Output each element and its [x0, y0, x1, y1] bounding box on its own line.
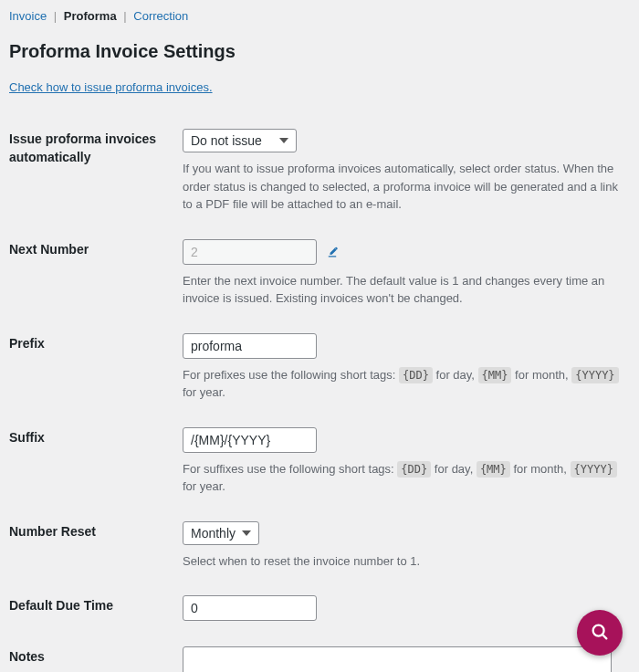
tab-proforma[interactable]: Proforma — [64, 9, 117, 23]
label-prefix: Prefix — [9, 324, 183, 418]
desc-auto-issue: If you want to issue proforma invoices a… — [183, 160, 630, 214]
desc-prefix: For prefixes use the following short tag… — [183, 366, 630, 402]
select-number-reset[interactable]: Monthly — [183, 521, 259, 545]
tag-yyyy: {YYYY} — [571, 367, 618, 383]
tag-dd: {DD} — [397, 461, 431, 478]
row-number-reset: Number Reset Monthly Select when to rese… — [9, 512, 630, 587]
label-due-time: Default Due Time — [9, 586, 183, 637]
tag-mm: {MM} — [477, 461, 510, 478]
row-next-number: Next Number Enter the next invoice numbe… — [9, 230, 630, 324]
label-suffix: Suffix — [9, 418, 183, 512]
page-title: Proforma Invoice Settings — [9, 41, 630, 62]
input-suffix[interactable] — [183, 427, 317, 453]
help-beacon-button[interactable] — [577, 610, 623, 656]
desc-next-number: Enter the next invoice number. The defau… — [183, 272, 630, 308]
row-prefix: Prefix For prefixes use the following sh… — [9, 324, 630, 418]
tag-yyyy: {YYYY} — [571, 461, 617, 478]
select-auto-issue[interactable]: Do not issue — [183, 129, 297, 152]
tag-mm: {MM} — [478, 367, 512, 383]
svg-line-1 — [602, 635, 606, 638]
row-suffix: Suffix For suffixes use the following sh… — [9, 418, 630, 512]
desc-number-reset: Select when to reset the invoice number … — [183, 552, 630, 571]
tab-separator: | — [54, 9, 57, 23]
doc-link[interactable]: Check how to issue proforma invoices. — [9, 80, 213, 94]
row-auto-issue: Issue proforma invoices automatically Do… — [9, 120, 630, 230]
tab-separator: | — [123, 9, 126, 23]
textarea-notes[interactable] — [183, 646, 612, 672]
settings-table: Issue proforma invoices automatically Do… — [9, 120, 630, 672]
tab-correction[interactable]: Correction — [133, 9, 188, 23]
row-due-time: Default Due Time — [9, 586, 630, 637]
input-due-time[interactable] — [183, 595, 317, 621]
label-auto-issue: Issue proforma invoices automatically — [9, 120, 183, 230]
desc-suffix: For suffixes use the following short tag… — [183, 460, 630, 496]
row-notes: Notes — [9, 637, 630, 672]
tab-nav: Invoice | Proforma | Correction — [9, 9, 630, 30]
input-next-number — [183, 239, 317, 265]
input-prefix[interactable] — [183, 333, 317, 359]
label-notes: Notes — [9, 637, 183, 672]
tag-dd: {DD} — [399, 367, 433, 383]
label-number-reset: Number Reset — [9, 512, 183, 587]
label-next-number: Next Number — [9, 230, 183, 324]
tab-invoice[interactable]: Invoice — [9, 9, 47, 23]
pencil-icon[interactable] — [326, 246, 339, 261]
search-icon — [590, 622, 610, 645]
